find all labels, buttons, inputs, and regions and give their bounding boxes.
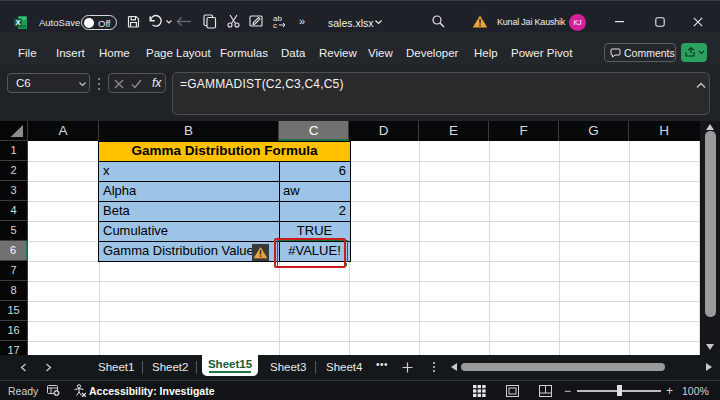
svg-text:X: X: [16, 18, 21, 27]
svg-text:c: c: [273, 21, 277, 29]
